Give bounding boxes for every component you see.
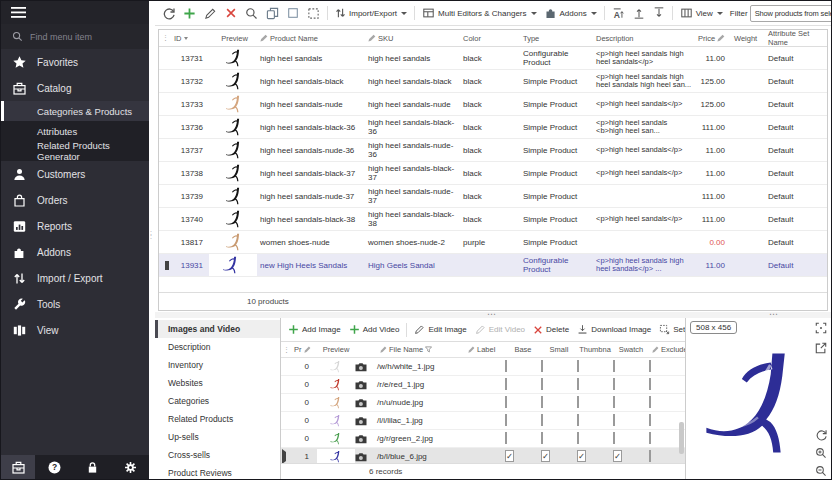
sidebar-item-view[interactable]: View	[1, 317, 149, 343]
thumbnail-checkbox[interactable]: ✓	[577, 452, 613, 461]
addons-button[interactable]: Addons	[542, 5, 600, 21]
tab-cross-sells[interactable]: Cross-sells	[155, 446, 280, 464]
copy-button[interactable]	[263, 5, 282, 22]
col-attribute-set[interactable]: Attribute Set Name	[765, 29, 827, 47]
table-row[interactable]: 13737 high heel sandals-nude-36 high hee…	[159, 139, 827, 162]
col-id[interactable]: ID	[171, 34, 209, 43]
dotted-selection-button[interactable]	[304, 5, 323, 22]
help-button[interactable]: ?	[35, 455, 73, 479]
tab-description[interactable]: Description	[155, 338, 280, 356]
col-product-name[interactable]: Product Name	[257, 34, 365, 43]
table-row[interactable]: 13733 high heel sandals-nude high heel s…	[159, 93, 827, 116]
swatch-checkbox[interactable]	[613, 398, 649, 407]
lock-button[interactable]	[73, 455, 111, 479]
add-button[interactable]	[180, 5, 199, 22]
small-checkbox[interactable]	[541, 398, 577, 407]
base-checkbox[interactable]	[505, 416, 541, 425]
view-button[interactable]: View	[677, 5, 726, 21]
zoom-in-icon[interactable]	[815, 447, 827, 459]
scrollbar-thumb[interactable]	[679, 422, 684, 454]
sidebar-item-import-export[interactable]: Import / Export	[1, 265, 149, 291]
edit-button[interactable]	[201, 5, 220, 22]
category-filter-select[interactable]: Show products from selected categories	[750, 5, 832, 22]
settings-gear-button[interactable]	[111, 455, 149, 479]
base-checkbox[interactable]	[505, 362, 541, 371]
thumbnail-checkbox[interactable]	[577, 362, 613, 371]
delete-image-button[interactable]: Delete	[530, 323, 572, 337]
col-base[interactable]: Base	[505, 345, 541, 354]
sidebar-item-favorites[interactable]: Favorites	[1, 49, 149, 75]
tab-inventory[interactable]: Inventory	[155, 356, 280, 374]
swatch-checkbox[interactable]	[613, 416, 649, 425]
table-row[interactable]: 13738 high heel sandals-black-37 high he…	[159, 162, 827, 185]
sidebar-item-reports[interactable]: Reports	[1, 213, 149, 239]
image-row[interactable]: 0 /r/e/red_1.jpg	[281, 376, 685, 394]
col-color[interactable]: Color	[460, 34, 520, 43]
col-label[interactable]: Label	[465, 345, 505, 354]
thumbnail-checkbox[interactable]	[577, 380, 613, 389]
image-row[interactable]: 0 /g/r/green_2.jpg	[281, 430, 685, 448]
col-price[interactable]: Price	[695, 34, 731, 43]
image-row[interactable]: 0 /w/h/white_1.jpg	[281, 358, 685, 376]
menu-search-input[interactable]	[30, 32, 130, 42]
edit-image-button[interactable]: Edit Image	[411, 322, 469, 337]
import-export-button[interactable]: Import/Export	[332, 5, 410, 21]
multi-editors-button[interactable]: Multi Editors & Changers	[419, 5, 539, 21]
collapse-all-button[interactable]	[650, 5, 668, 21]
add-image-button[interactable]: Add Image	[285, 322, 344, 337]
select-box-button[interactable]	[284, 5, 302, 21]
col-sku[interactable]: SKU	[365, 34, 460, 43]
tab-product-reviews[interactable]: Product Reviews	[155, 464, 280, 480]
tab-websites[interactable]: Websites	[155, 374, 280, 392]
exclude-checkbox[interactable]	[649, 398, 685, 407]
col-weight[interactable]: Weight	[731, 34, 765, 43]
image-row[interactable]: 0 /n/u/nude.jpg	[281, 394, 685, 412]
sidebar-item-customers[interactable]: Customers	[1, 161, 149, 187]
edit-video-button[interactable]: Edit Video	[472, 322, 528, 337]
col-type[interactable]: Type	[520, 34, 593, 43]
zoom-out-icon[interactable]	[815, 465, 827, 477]
small-checkbox[interactable]: ✓	[541, 452, 577, 461]
col-small[interactable]: Small	[541, 345, 577, 354]
refresh-button[interactable]	[159, 5, 178, 22]
search-button[interactable]	[242, 5, 261, 22]
base-checkbox[interactable]	[505, 398, 541, 407]
delete-button[interactable]	[222, 5, 240, 21]
swatch-checkbox[interactable]: ✓	[613, 452, 649, 461]
image-row[interactable]: 0 /l/i/lilac_1.jpg	[281, 412, 685, 430]
col-exclude[interactable]: Exclude	[649, 345, 685, 354]
column-chooser-icon[interactable]: ⋮	[159, 34, 171, 42]
sidebar-item-categories-products[interactable]: Categories & Products	[1, 101, 149, 121]
tab-images-and-video[interactable]: Images and Video	[155, 320, 280, 338]
rename-attribute-button[interactable]: A	[609, 5, 628, 21]
base-checkbox[interactable]	[505, 380, 541, 389]
hamburger-menu-icon[interactable]	[11, 7, 26, 18]
table-row[interactable]: 13740 high heel sandals-black-38 high he…	[159, 208, 827, 231]
base-checkbox[interactable]	[505, 434, 541, 443]
sidebar-item-attributes[interactable]: Attributes	[1, 121, 149, 141]
thumbnail-checkbox[interactable]	[577, 398, 613, 407]
rotate-icon[interactable]	[815, 429, 827, 441]
col-description[interactable]: Description	[593, 34, 695, 43]
exclude-checkbox[interactable]	[649, 380, 685, 389]
col-file-name[interactable]: File Name	[377, 345, 465, 354]
sidebar-item-tools[interactable]: Tools	[1, 291, 149, 317]
tab-categories[interactable]: Categories	[155, 392, 280, 410]
sidebar-item-catalog[interactable]: Catalog	[1, 75, 149, 101]
small-checkbox[interactable]	[541, 416, 577, 425]
column-chooser-icon[interactable]: ⋮	[281, 346, 291, 354]
table-row-selected[interactable]: 13931 new High Heels Sandals High Geels …	[159, 254, 827, 277]
exclude-checkbox[interactable]	[649, 362, 685, 371]
col-preview[interactable]: Preview	[209, 34, 257, 43]
col-swatch[interactable]: Swatch	[613, 345, 649, 354]
col-preview[interactable]: Preview	[317, 345, 355, 354]
table-row[interactable]: 13731 high heel sandals high heel sandal…	[159, 47, 827, 70]
swatch-checkbox[interactable]	[613, 362, 649, 371]
col-thumbnail[interactable]: Thumbna	[577, 345, 613, 354]
table-row[interactable]: 13817 women shoes-nude women shoes-nude-…	[159, 231, 827, 254]
add-video-button[interactable]: Add Video	[346, 322, 403, 337]
download-image-button[interactable]: Download Image	[574, 322, 654, 337]
base-checkbox[interactable]: ✓	[505, 452, 541, 461]
sidebar-item-orders[interactable]: Orders	[1, 187, 149, 213]
sidebar-item-addons[interactable]: Addons	[1, 239, 149, 265]
